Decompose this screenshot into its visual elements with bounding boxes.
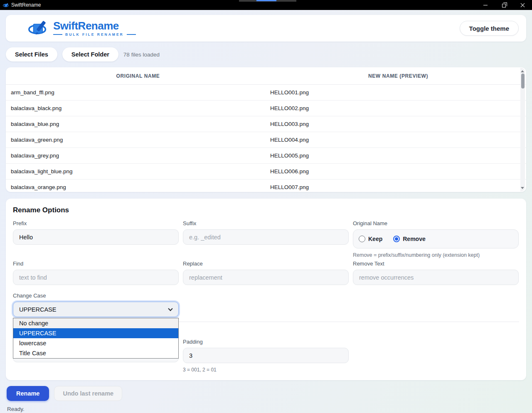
suffix-field-group: Suffix <box>183 220 349 245</box>
rename-options-panel: Rename Options Prefix Suffix Original Na… <box>6 199 526 380</box>
keep-radio[interactable]: Keep <box>359 236 382 242</box>
find-field-group: Find <box>13 261 179 285</box>
replace-input[interactable] <box>183 270 349 285</box>
minimize-button[interactable] <box>476 0 495 10</box>
close-button[interactable] <box>513 0 532 10</box>
change-case-value: UPPERCASE <box>19 306 56 313</box>
select-files-button[interactable]: Select Files <box>6 47 57 61</box>
original-name-label: Original Name <box>353 220 519 226</box>
preview-name-cell: HELLO001.png <box>270 89 526 96</box>
column-original-name: ORIGINAL NAME <box>6 73 270 79</box>
original-name-cell: balaclava_light_blue.png <box>6 168 270 175</box>
prefix-field-group: Prefix <box>13 220 179 245</box>
swiftrename-logo-icon <box>28 19 51 38</box>
preview-name-cell: HELLO007.png <box>270 184 526 190</box>
original-name-cell: balaclava_blue.png <box>6 121 270 127</box>
table-row: balaclava_green.png HELLO004.png <box>6 132 526 148</box>
remove-note: Remove = prefix/suffix/numbering only (e… <box>353 252 519 258</box>
padding-label: Padding <box>183 339 349 345</box>
remove-radio[interactable]: Remove <box>393 236 425 242</box>
remove-text-input[interactable] <box>353 270 519 285</box>
undo-button[interactable]: Undo last rename <box>54 386 122 401</box>
remove-text-label: Remove Text <box>353 261 519 267</box>
select-folder-button[interactable]: Select Folder <box>62 47 118 61</box>
original-name-cell: balaclava_green.png <box>6 137 270 143</box>
status-text: Ready. <box>7 406 526 412</box>
table-header: ORIGINAL NAME NEW NAME (PREVIEW) <box>6 67 526 85</box>
original-name-cell: balaclava_black.png <box>6 105 270 111</box>
table-row: arm_band_ffl.png HELLO001.png <box>6 85 526 101</box>
find-label: Find <box>13 261 179 267</box>
prefix-input[interactable] <box>13 229 179 245</box>
title-bar: SwiftRename <box>0 0 532 10</box>
scroll-down-icon[interactable] <box>521 186 525 190</box>
restore-icon <box>502 4 506 7</box>
logo-text: SwiftRename BULK FILE RENAMER <box>53 20 136 37</box>
table-row: balaclava_blue.png HELLO003.png <box>6 116 526 132</box>
original-name-cell: arm_band_ffl.png <box>6 89 270 96</box>
close-icon <box>520 3 525 7</box>
brand-name: SwiftRename <box>53 20 136 31</box>
action-bar: Rename Undo last rename <box>7 386 526 401</box>
dropdown-option-uppercase[interactable]: UPPERCASE <box>13 328 178 338</box>
minimize-icon <box>483 5 488 5</box>
dropdown-option-lowercase[interactable]: lowercase <box>13 338 178 348</box>
window-title: SwiftRename <box>11 2 41 8</box>
padding-hint: 3 = 001, 2 = 01 <box>183 367 349 373</box>
restore-button[interactable] <box>495 0 513 10</box>
replace-label: Replace <box>183 261 349 267</box>
preview-name-cell: HELLO005.png <box>270 152 526 159</box>
original-name-radio-group: Keep Remove <box>353 229 519 248</box>
preview-name-cell: HELLO006.png <box>270 168 526 175</box>
file-table: ORIGINAL NAME NEW NAME (PREVIEW) arm_ban… <box>6 67 526 192</box>
original-name-cell: balaclava_grey.png <box>6 152 270 159</box>
column-new-name: NEW NAME (PREVIEW) <box>270 73 526 79</box>
table-row: balaclava_light_blue.png HELLO006.png <box>6 164 526 179</box>
files-loaded-count: 78 files loaded <box>123 52 160 58</box>
prefix-label: Prefix <box>13 220 179 226</box>
find-input[interactable] <box>13 270 179 285</box>
scroll-up-icon[interactable] <box>521 69 525 73</box>
logo: SwiftRename BULK FILE RENAMER <box>28 19 136 38</box>
remove-text-field-group: Remove Text <box>353 261 519 285</box>
radio-circle-icon <box>393 236 400 242</box>
dropdown-option-title-case[interactable]: Title Case <box>13 348 178 358</box>
table-row: balaclava_black.png HELLO002.png <box>6 101 526 116</box>
table-scrollbar[interactable] <box>520 68 525 192</box>
app-icon <box>3 2 9 8</box>
suffix-label: Suffix <box>183 220 349 226</box>
table-row: balaclava_grey.png HELLO005.png <box>6 148 526 164</box>
table-row: balaclava_orange.png HELLO007.png <box>6 179 526 192</box>
preview-name-cell: HELLO003.png <box>270 121 526 127</box>
original-name-group: Original Name Keep Remove Remove = prefi… <box>353 220 519 258</box>
change-case-label: Change Case <box>13 293 519 299</box>
replace-field-group: Replace <box>183 261 349 285</box>
preview-name-cell: HELLO002.png <box>270 105 526 111</box>
rename-button[interactable]: Rename <box>7 386 49 401</box>
titlebar-artifact <box>239 0 296 2</box>
change-case-group: Change Case UPPERCASE No change UPPERCAS… <box>13 293 519 317</box>
suffix-input[interactable] <box>183 229 349 245</box>
file-toolbar: Select Files Select Folder 78 files load… <box>6 47 526 61</box>
panel-title: Rename Options <box>13 206 519 214</box>
radio-circle-icon <box>359 236 365 242</box>
chevron-down-icon <box>168 306 172 311</box>
toggle-theme-button[interactable]: Toggle theme <box>460 21 519 36</box>
padding-field-group: Padding 3 = 001, 2 = 01 <box>183 339 349 373</box>
app-header: SwiftRename BULK FILE RENAMER Toggle the… <box>6 15 526 42</box>
scrollbar-thumb[interactable] <box>521 74 525 88</box>
brand-tagline: BULK FILE RENAMER <box>53 32 136 37</box>
change-case-dropdown: No change UPPERCASE lowercase Title Case <box>13 318 179 359</box>
original-name-cell: balaclava_orange.png <box>6 184 270 190</box>
change-case-select[interactable]: UPPERCASE <box>13 302 179 317</box>
padding-input[interactable] <box>183 348 349 363</box>
window-controls <box>476 0 532 10</box>
preview-name-cell: HELLO004.png <box>270 137 526 143</box>
dropdown-option-no-change[interactable]: No change <box>13 318 178 328</box>
page: SwiftRename BULK FILE RENAMER Toggle the… <box>0 10 532 412</box>
